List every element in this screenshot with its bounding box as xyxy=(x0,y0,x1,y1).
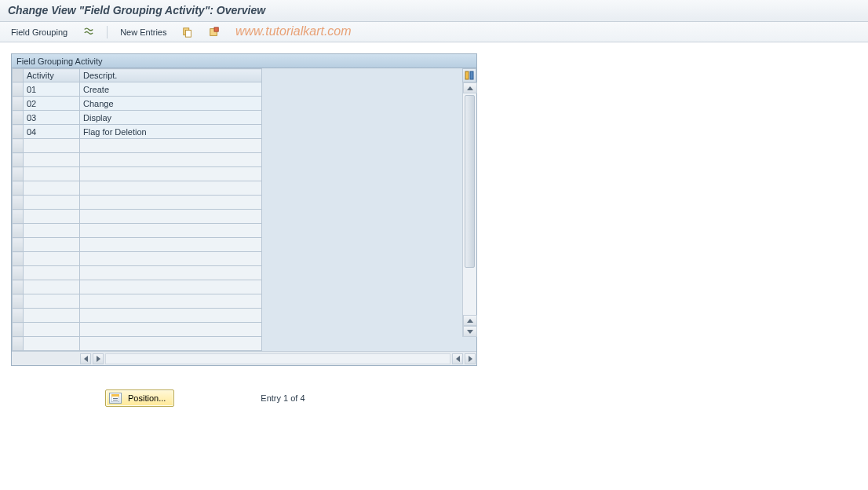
cell-activity[interactable] xyxy=(24,266,80,280)
cell-description[interactable] xyxy=(80,337,262,351)
row-selector[interactable] xyxy=(13,82,24,97)
cell-activity[interactable] xyxy=(24,252,80,266)
row-selector[interactable] xyxy=(13,294,24,309)
scroll-right-button[interactable] xyxy=(93,353,104,364)
scroll-left-button[interactable] xyxy=(80,353,91,364)
row-selector[interactable] xyxy=(13,153,24,167)
copy-button[interactable] xyxy=(177,25,198,39)
cell-description[interactable] xyxy=(80,323,262,337)
row-selector[interactable] xyxy=(13,323,24,337)
row-selector[interactable] xyxy=(13,139,24,153)
configure-columns-button[interactable] xyxy=(462,68,476,82)
table-row[interactable]: 02Change xyxy=(13,97,262,111)
column-header-activity[interactable]: Activity xyxy=(24,69,80,82)
row-selector[interactable] xyxy=(13,97,24,111)
cell-description[interactable] xyxy=(80,181,262,196)
table-row[interactable] xyxy=(13,309,262,323)
row-selector[interactable] xyxy=(13,111,24,125)
cell-description[interactable]: Flag for Deletion xyxy=(80,125,262,139)
cell-activity[interactable] xyxy=(24,323,80,337)
title-bar: Change View "Field Grouping Activity": O… xyxy=(0,0,868,22)
table-row[interactable] xyxy=(13,139,262,153)
cell-activity[interactable] xyxy=(24,224,80,238)
cell-activity[interactable]: 03 xyxy=(24,111,80,125)
table-row[interactable] xyxy=(13,238,262,252)
cell-description[interactable] xyxy=(80,210,262,224)
details-icon xyxy=(83,27,94,38)
table-row[interactable] xyxy=(13,266,262,280)
cell-activity[interactable] xyxy=(24,294,80,309)
row-selector[interactable] xyxy=(13,181,24,196)
scroll-up-button-2[interactable] xyxy=(463,315,477,326)
table-row[interactable] xyxy=(13,153,262,167)
cell-activity[interactable] xyxy=(24,309,80,323)
cell-activity[interactable]: 01 xyxy=(24,82,80,97)
row-selector[interactable] xyxy=(13,196,24,210)
cell-description[interactable]: Change xyxy=(80,97,262,111)
cell-description[interactable] xyxy=(80,196,262,210)
cell-description[interactable] xyxy=(80,238,262,252)
table-row[interactable]: 04Flag for Deletion xyxy=(13,125,262,139)
table-row[interactable] xyxy=(13,337,262,351)
scroll-up-button[interactable] xyxy=(463,82,477,93)
position-button[interactable]: Position... xyxy=(105,389,174,407)
scroll-thumb[interactable] xyxy=(465,95,475,268)
cell-activity[interactable] xyxy=(24,337,80,351)
table-row[interactable]: 03Display xyxy=(13,111,262,125)
cell-activity[interactable]: 02 xyxy=(24,97,80,111)
cell-description[interactable] xyxy=(80,139,262,153)
table-row[interactable] xyxy=(13,196,262,210)
scroll-down-button[interactable] xyxy=(463,326,477,337)
row-selector[interactable] xyxy=(13,125,24,139)
vertical-scrollbar[interactable] xyxy=(462,82,476,337)
cell-activity[interactable] xyxy=(24,280,80,294)
row-selector[interactable] xyxy=(13,167,24,181)
row-selector[interactable] xyxy=(13,224,24,238)
cell-activity[interactable] xyxy=(24,153,80,167)
row-selector[interactable] xyxy=(13,309,24,323)
cell-activity[interactable] xyxy=(24,167,80,181)
table-row[interactable] xyxy=(13,294,262,309)
table-row[interactable] xyxy=(13,323,262,337)
new-entries-button[interactable]: New Entries xyxy=(115,26,171,38)
row-selector[interactable] xyxy=(13,337,24,351)
row-selector[interactable] xyxy=(13,266,24,280)
details-button[interactable] xyxy=(78,25,99,39)
cell-description[interactable]: Create xyxy=(80,82,262,97)
scroll-left-button-2[interactable] xyxy=(452,353,463,364)
cell-description[interactable]: Display xyxy=(80,111,262,125)
delimit-button[interactable] xyxy=(204,25,224,39)
row-selector[interactable] xyxy=(13,252,24,266)
table-row[interactable] xyxy=(13,280,262,294)
column-header-description[interactable]: Descript. xyxy=(80,69,262,82)
cell-description[interactable] xyxy=(80,252,262,266)
cell-description[interactable] xyxy=(80,309,262,323)
field-grouping-button[interactable]: Field Grouping xyxy=(6,26,72,38)
table-row[interactable] xyxy=(13,210,262,224)
cell-description[interactable] xyxy=(80,224,262,238)
row-selector[interactable] xyxy=(13,280,24,294)
watermark-text: www.tutorialkart.com xyxy=(235,24,352,38)
cell-activity[interactable] xyxy=(24,196,80,210)
scroll-track[interactable] xyxy=(463,93,476,337)
cell-description[interactable] xyxy=(80,266,262,280)
cell-activity[interactable] xyxy=(24,210,80,224)
row-selector[interactable] xyxy=(13,210,24,224)
cell-description[interactable] xyxy=(80,280,262,294)
table-row[interactable] xyxy=(13,167,262,181)
table-row[interactable] xyxy=(13,252,262,266)
cell-description[interactable] xyxy=(80,167,262,181)
table-row[interactable] xyxy=(13,181,262,196)
cell-activity[interactable] xyxy=(24,238,80,252)
cell-activity[interactable] xyxy=(24,181,80,196)
cell-description[interactable] xyxy=(80,294,262,309)
cell-description[interactable] xyxy=(80,153,262,167)
cell-activity[interactable] xyxy=(24,139,80,153)
table-row[interactable]: 01Create xyxy=(13,82,262,97)
row-selector-header[interactable] xyxy=(13,69,24,82)
scroll-right-button-2[interactable] xyxy=(465,353,476,364)
cell-activity[interactable]: 04 xyxy=(24,125,80,139)
table-row[interactable] xyxy=(13,224,262,238)
row-selector[interactable] xyxy=(13,238,24,252)
h-scroll-track[interactable] xyxy=(105,353,450,364)
